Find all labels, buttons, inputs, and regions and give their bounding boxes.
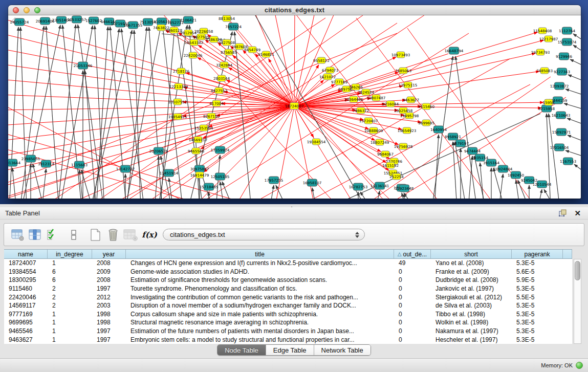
cell-out_degree[interactable]: 49 [394, 259, 431, 267]
zoom-window-button[interactable] [34, 7, 40, 13]
cell-short[interactable]: de Silva et al. (2003) [431, 302, 512, 309]
cell-pagerank[interactable]: 5.3E-5 [512, 259, 563, 267]
cell-name[interactable]: 9115460 [4, 285, 48, 292]
cell-short[interactable]: Yano et al. (2008) [431, 259, 512, 267]
cell-pagerank[interactable]: 5.3E-5 [512, 336, 563, 343]
cell-year[interactable]: 2012 [92, 294, 126, 301]
close-window-button[interactable] [13, 7, 19, 13]
cell-short[interactable]: Tibbo et al. (1998) [431, 311, 512, 318]
cell-title[interactable]: Corpus callosum shape and size in male p… [126, 311, 394, 318]
cell-out_degree[interactable]: 0 [394, 311, 431, 318]
cell-year[interactable]: 2009 [92, 268, 126, 275]
cell-in_degree[interactable]: 2 [48, 294, 92, 301]
cell-name[interactable]: 9699695 [4, 319, 48, 326]
table-row[interactable]: 1938455462009Genome-wide association stu… [4, 268, 572, 276]
tab-network-table[interactable]: Network Table [314, 345, 371, 355]
cell-out_degree[interactable]: 0 [394, 276, 431, 283]
table-settings-icon[interactable] [10, 227, 26, 243]
window-resize-grip[interactable] [8, 15, 16, 23]
cell-in_degree[interactable]: 6 [48, 276, 92, 283]
minimize-window-button[interactable] [24, 7, 30, 13]
table-row[interactable]: 977716911998Corpus callosum shape and si… [4, 310, 572, 319]
close-panel-icon[interactable]: ✕ [574, 209, 581, 217]
cell-short[interactable]: Hescheler et al. (1997) [431, 336, 512, 343]
cell-title[interactable]: Structural magnetic resonance image aver… [126, 319, 394, 326]
network-canvas[interactable]: 2405572420691406230514041053325715276026… [8, 15, 581, 199]
column-header-title[interactable]: title [126, 250, 394, 258]
cell-out_degree[interactable]: 0 [394, 336, 431, 343]
cell-year[interactable]: 1998 [92, 319, 126, 326]
cell-title[interactable]: Tourette syndrome. Phenomenology and cla… [126, 285, 394, 292]
cell-name[interactable]: 14569117 [4, 302, 48, 309]
column-header-year[interactable]: year [92, 250, 126, 258]
cell-out_degree[interactable]: 0 [394, 294, 431, 301]
cell-short[interactable]: Franke et al. (2009) [431, 268, 512, 275]
cell-year[interactable]: 1997 [92, 327, 126, 335]
cell-name[interactable]: 9465546 [4, 327, 48, 335]
delete-icon[interactable] [105, 227, 121, 243]
column-header-pagerank[interactable]: pagerank [512, 250, 563, 258]
cell-name[interactable]: 9777169 [4, 311, 48, 318]
tab-edge-table[interactable]: Edge Table [266, 345, 314, 355]
float-panel-icon[interactable] [559, 209, 567, 217]
cell-in_degree[interactable]: 1 [48, 336, 92, 343]
cell-in_degree[interactable]: 1 [48, 311, 92, 318]
cell-in_degree[interactable]: 1 [48, 327, 92, 335]
cell-title[interactable]: Estimation of the future numbers of pati… [126, 327, 394, 335]
cell-year[interactable]: 1997 [92, 336, 126, 343]
cell-name[interactable]: 9463627 [4, 336, 48, 343]
cell-title[interactable]: Changes of HCN gene expression and I(f) … [126, 259, 394, 267]
table-row[interactable]: 946362711997Embryonic stem cells: a mode… [4, 335, 572, 344]
cell-short[interactable]: Stergiakouli et al. (2012) [431, 294, 512, 301]
cell-title[interactable]: Estimation of significance thresholds fo… [126, 276, 394, 283]
row-select-icon[interactable] [45, 227, 60, 243]
column-select-icon[interactable] [28, 227, 43, 243]
cell-short[interactable]: Wolkin et al. (1998) [431, 319, 512, 326]
cell-pagerank[interactable]: 5.3E-5 [512, 311, 563, 318]
cell-year[interactable]: 2008 [92, 259, 126, 267]
cell-title[interactable]: Embryonic stem cells: a model to study s… [126, 336, 394, 343]
cell-name[interactable]: 22420046 [4, 294, 48, 301]
cell-out_degree[interactable]: 0 [394, 327, 431, 335]
cell-short[interactable]: Dudbridge et al. (2008) [431, 276, 512, 283]
new-document-icon[interactable] [88, 227, 103, 243]
cell-name[interactable]: 18300295 [4, 276, 48, 283]
cell-year[interactable]: 2008 [92, 276, 126, 283]
table-scrollbar[interactable] [574, 259, 581, 344]
table-row[interactable]: 1872400712008Changes of HCN gene express… [4, 259, 572, 268]
merge-rows-icon[interactable] [67, 227, 82, 243]
table-row[interactable]: 911546021997Tourette syndrome. Phenomeno… [4, 285, 572, 293]
cell-in_degree[interactable]: 6 [48, 268, 92, 275]
table-row[interactable]: 2242004622012Investigating the contribut… [4, 293, 572, 301]
table-selector-dropdown[interactable]: citations_edges.txt [163, 229, 365, 240]
column-header-out_degree[interactable]: △out_de... [394, 250, 431, 258]
cell-name[interactable]: 18724007 [4, 259, 48, 267]
table-row[interactable]: 969969511998Structural magnetic resonanc… [4, 318, 572, 327]
cell-title[interactable]: Investigating the contribution of common… [126, 294, 394, 301]
cell-pagerank[interactable]: 5.3E-5 [512, 327, 563, 335]
column-header-name[interactable]: name [4, 250, 48, 258]
cell-in_degree[interactable]: 2 [48, 285, 92, 292]
column-header-filler[interactable] [563, 250, 572, 258]
cell-name[interactable]: 19384554 [4, 268, 48, 275]
column-header-in_degree[interactable]: in_degree [48, 250, 92, 258]
cell-out_degree[interactable]: 0 [394, 285, 431, 292]
cell-in_degree[interactable]: 1 [48, 319, 92, 326]
cell-short[interactable]: Nakamura et al. (1997) [431, 327, 512, 335]
cell-title[interactable]: Disruption of a novel member of a sodium… [126, 302, 394, 309]
cell-year[interactable]: 2003 [92, 302, 126, 309]
column-header-short[interactable]: short [431, 250, 512, 258]
cell-pagerank[interactable]: 5.3E-5 [512, 302, 563, 309]
tab-node-table[interactable]: Node Table [217, 345, 266, 355]
cell-pagerank[interactable]: 5.6E-5 [512, 268, 563, 275]
cell-year[interactable]: 1998 [92, 311, 126, 318]
network-window[interactable]: citations_edges.txt 24055724206914062305… [8, 5, 581, 199]
cell-title[interactable]: Genome-wide association studies in ADHD. [126, 268, 394, 275]
cell-out_degree[interactable]: 0 [394, 319, 431, 326]
table-row[interactable]: 1830029562008Estimation of significance … [4, 276, 572, 285]
cell-year[interactable]: 1997 [92, 285, 126, 292]
cell-out_degree[interactable]: 0 [394, 302, 431, 309]
cell-pagerank[interactable]: 5.3E-5 [512, 319, 563, 326]
cell-in_degree[interactable]: 1 [48, 259, 92, 267]
table-row[interactable]: 1456911722003Disruption of a novel membe… [4, 301, 572, 310]
